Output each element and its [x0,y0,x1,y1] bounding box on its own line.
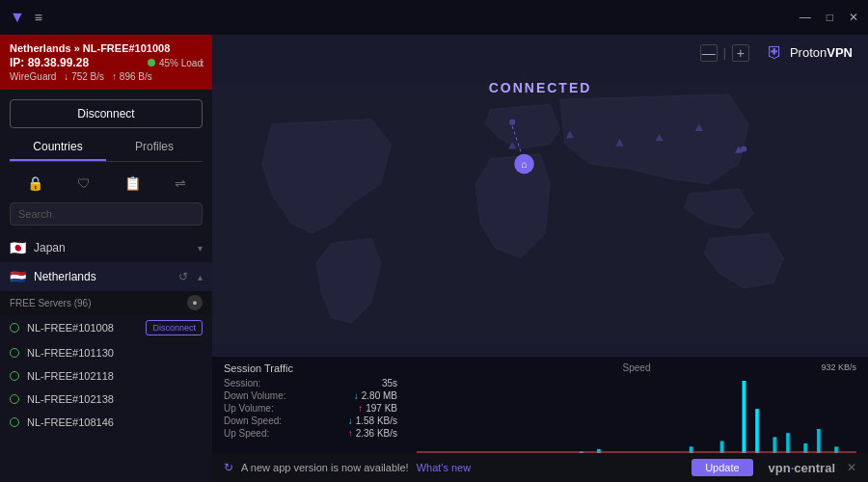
stat-up-volume-label: Up Volume: [224,403,274,414]
server-row-101130[interactable]: NL-FREE#101130 [0,341,212,364]
stat-up-speed-value: ↑2.36 KB/s [348,428,397,439]
connection-header: Netherlands » NL-FREE#101008 IP: 89.38.9… [0,35,212,90]
netherlands-name: Netherlands [34,270,171,283]
load-indicator [148,59,155,67]
disconnect-button[interactable]: Disconnect [10,99,203,128]
disconnect-btn-wrap: Disconnect [0,90,212,134]
arrows-icon[interactable]: ⇌ [171,172,190,195]
vpncentral-logo: vpn·central [769,461,835,475]
search-input[interactable] [10,202,203,226]
stat-session-label: Session: [224,378,260,388]
traffic-stats: Session Traffic Session: 35s Down Volume… [224,362,397,447]
stat-up-volume: Up Volume: ↑197 KB [224,403,397,414]
whats-new-link[interactable]: What's new [417,462,472,473]
proton-shield-icon: ⛨ [767,42,784,63]
protonvpn-icon: ▼ [10,9,25,26]
stat-up-speed: Up Speed: ↑2.36 KB/s [224,428,397,439]
back-arrow-icon[interactable]: ‹ [200,55,204,70]
netherlands-refresh-icon[interactable]: ↺ [178,270,188,283]
zoom-controls: — | + [700,44,749,62]
proton-brand-text: ProtonVPN [790,45,853,60]
speed-chart-canvas [417,376,856,453]
main-layout: Netherlands » NL-FREE#101008 IP: 89.38.9… [0,35,868,482]
stat-up-volume-value: ↑197 KB [358,403,397,414]
server-row-108146[interactable]: NL-FREE#108146 [0,411,212,434]
server-disconnect-101008[interactable]: Disconnect [146,320,203,335]
up-speed-arrow-icon: ↑ [348,428,353,439]
server-name-102138: NL-FREE#102138 [27,393,203,405]
stat-down-speed: Down Speed: ↓1.58 KB/s [224,415,397,426]
server-name-101130: NL-FREE#101130 [27,347,203,359]
country-list: 🇯🇵 Japan ▾ 🇳🇱 Netherlands ↺ ▴ FREE Serve… [0,233,212,482]
world-map [212,70,868,357]
file-icon[interactable]: 📋 [121,172,145,195]
lock-icon[interactable]: 🔒 [23,172,47,195]
stat-up-speed-label: Up Speed: [224,428,269,439]
servers-count: ● [187,295,203,310]
down-arrow-icon: ↓ [354,390,359,401]
update-button[interactable]: Update [692,459,752,476]
update-bar: ↻ A new app version is now available! Wh… [212,453,868,482]
update-bar-close-icon[interactable]: ✕ [847,461,856,474]
connection-load: 45% Load [148,58,203,68]
server-status-dot-101130 [10,348,19,358]
stat-down-volume-value: ↓2.80 MB [354,390,397,401]
stat-down-volume-label: Down Volume: [224,390,285,401]
server-row-101008[interactable]: NL-FREE#101008 Disconnect [0,314,212,341]
stat-down-volume: Down Volume: ↓2.80 MB [224,390,397,401]
tab-countries[interactable]: Countries [10,134,106,161]
japan-expand-icon[interactable]: ▾ [198,243,203,254]
japan-name: Japan [34,241,190,254]
zoom-separator: | [723,46,726,60]
minimize-button[interactable]: — [800,11,811,24]
search-wrap [0,202,212,233]
zoom-out-button[interactable]: — [700,44,718,62]
connection-title: Netherlands » NL-FREE#101008 [10,42,203,54]
connection-ip-row: IP: 89.38.99.28 45% Load [10,56,203,69]
country-row-netherlands[interactable]: 🇳🇱 Netherlands ↺ ▴ [0,262,212,291]
netherlands-flag: 🇳🇱 [10,269,26,284]
connected-label: CONNECTED [489,80,592,95]
titlebar: ▼ ≡ — □ ✕ [0,0,868,35]
stat-down-speed-label: Down Speed: [224,415,282,426]
traffic-title: Session Traffic [224,362,397,374]
country-row-japan[interactable]: 🇯🇵 Japan ▾ [0,233,212,262]
japan-flag: 🇯🇵 [10,240,26,255]
protonvpn-logo: ⛨ ProtonVPN [767,42,853,63]
menu-icon[interactable]: ≡ [35,10,42,25]
stat-session: Session: 35s [224,378,397,388]
server-status-dot-102138 [10,394,19,404]
stat-down-speed-value: ↓1.58 KB/s [348,415,397,426]
tabs: Countries Profiles [10,134,203,162]
tab-profiles[interactable]: Profiles [106,134,203,161]
server-status-dot-102118 [10,371,19,381]
up-speed: ↑ 896 B/s [112,71,152,82]
update-text: A new app version is now available! [241,462,409,473]
servers-label: FREE Servers (96) [10,298,187,308]
maximize-button[interactable]: □ [827,11,833,24]
right-panel: — | + ⛨ ProtonVPN CONNECTED [212,35,868,482]
down-speed-arrow-icon: ↓ [348,415,353,426]
traffic-area: Session Traffic Session: 35s Down Volume… [212,357,868,453]
connection-ip: IP: 89.38.99.28 [10,56,89,69]
server-name-108146: NL-FREE#108146 [27,416,203,428]
connection-protocol: WireGuard ↓ 752 B/s ↑ 896 B/s [10,71,203,82]
server-status-dot-108146 [10,417,19,427]
shield-icon[interactable]: 🛡 [73,172,95,195]
window-controls: — □ ✕ [800,11,858,24]
zoom-in-button[interactable]: + [732,44,749,62]
close-button[interactable]: ✕ [849,11,858,24]
netherlands-collapse-icon[interactable]: ▴ [198,272,203,282]
server-row-102138[interactable]: NL-FREE#102138 [0,388,212,411]
speed-max-label: 932 KB/s [821,362,856,372]
server-status-dot-101008 [10,323,19,333]
speed-chart: Speed 932 KB/s [417,362,856,447]
refresh-icon: ↻ [224,461,233,474]
server-row-102118[interactable]: NL-FREE#102118 [0,364,212,388]
left-panel: Netherlands » NL-FREE#101008 IP: 89.38.9… [0,35,212,482]
filter-icons: 🔒 🛡 📋 ⇌ [0,168,212,199]
stat-session-value: 35s [382,378,397,388]
server-name-102118: NL-FREE#102118 [27,370,203,382]
server-name-101008: NL-FREE#101008 [27,322,138,334]
speed-label: Speed [623,362,651,373]
